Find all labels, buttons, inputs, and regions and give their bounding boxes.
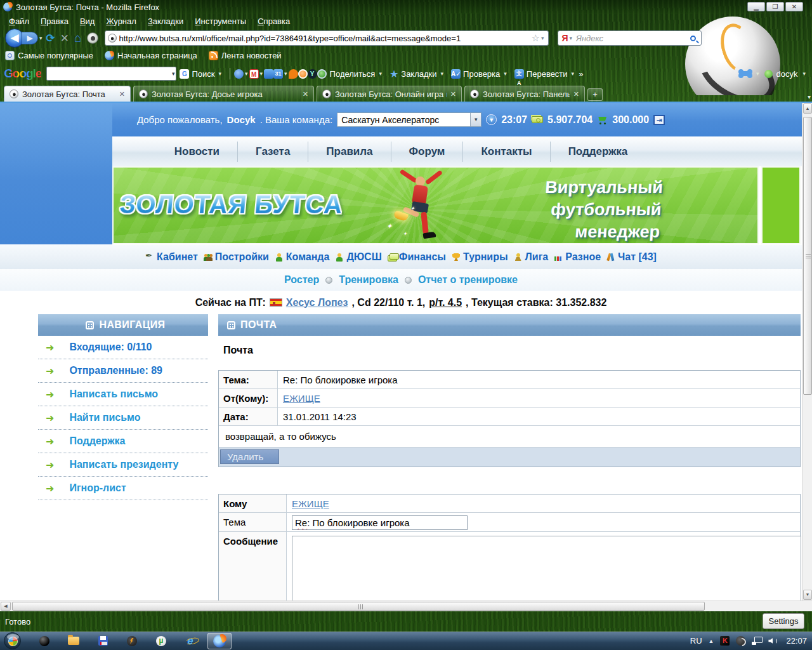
menu-cabinet[interactable]: Кабинет xyxy=(145,251,198,263)
y-circle-icon[interactable]: Y xyxy=(308,69,317,79)
submenu-roster[interactable]: Ростер xyxy=(284,274,319,286)
select-dropdown-icon[interactable]: ▾ xyxy=(470,113,481,126)
bookmark-news-feed[interactable]: Лента новостей xyxy=(209,51,282,60)
url-bar[interactable]: ☆ ▾ xyxy=(105,30,549,46)
scroll-left-icon[interactable]: ◀ xyxy=(1,602,11,611)
google-search-button[interactable]: G Поиск ▾ xyxy=(180,69,223,79)
menu-youth-school[interactable]: ДЮСШ xyxy=(335,251,381,263)
gbookmarks-button[interactable]: ★ Закладки▾ xyxy=(390,68,445,80)
list-all-tabs-icon[interactable]: ▾ xyxy=(808,93,811,100)
kaspersky-tray-icon[interactable]: K xyxy=(720,636,730,646)
bookmark-star-icon[interactable]: ☆ xyxy=(532,32,540,44)
sidebar-inbox[interactable]: ➜Входящие: 0/110 xyxy=(38,336,208,359)
google-search-input[interactable] xyxy=(47,69,170,79)
tab-close-icon[interactable]: ✕ xyxy=(119,90,125,98)
subject-input[interactable]: Re: По блокировке игрока xyxy=(292,515,468,530)
taskbar-clock[interactable]: 22:07 xyxy=(786,636,807,646)
extension-icon[interactable] xyxy=(87,32,98,44)
yandex-engine-icon[interactable]: Я xyxy=(562,33,568,43)
bookmark-most-popular[interactable]: Самые популярные xyxy=(5,51,93,60)
menu-help[interactable]: Справка xyxy=(252,15,295,27)
team-select[interactable]: Саскатун Акселераторс ▾ xyxy=(337,112,481,127)
docs-icon[interactable] xyxy=(264,69,273,79)
google-search-box[interactable]: ▾ xyxy=(46,67,176,81)
menu-league[interactable]: Лига xyxy=(514,251,549,263)
taskbar-explorer-icon[interactable] xyxy=(64,632,83,649)
new-tab-button[interactable]: + xyxy=(587,88,603,101)
menu-finance[interactable]: Финансы xyxy=(388,251,446,263)
title-bar[interactable]: Золотая Бутса: Почта - Mozilla Firefox ▁… xyxy=(0,0,812,14)
taskbar-daemon-tools-icon[interactable] xyxy=(122,632,141,649)
menu-file[interactable]: Файл xyxy=(4,15,34,27)
bookmark-home-page[interactable]: Начальная страница xyxy=(105,51,197,60)
submenu-training-report[interactable]: Отчет о тренировке xyxy=(418,274,518,286)
rate-value[interactable]: р/т. 4.5 xyxy=(429,297,462,308)
menu-misc[interactable]: Разное xyxy=(554,251,601,263)
taskbar-save-icon[interactable] xyxy=(93,632,112,649)
chat-bubble-icon[interactable] xyxy=(289,69,298,79)
menu-chat[interactable]: Чат [43] xyxy=(606,251,657,263)
vertical-scrollbar[interactable]: ▲ ▼ xyxy=(802,103,812,600)
tab-close-icon[interactable]: ✕ xyxy=(303,90,308,98)
nav-contacts[interactable]: Контакты xyxy=(462,142,549,162)
spellcheck-button[interactable]: A✓ Проверка▾ xyxy=(451,69,508,79)
search-box[interactable]: Я ▾ xyxy=(558,30,702,46)
bone-icon[interactable] xyxy=(740,71,751,76)
taskbar-firefox-active[interactable] xyxy=(207,633,232,649)
tab-online-game[interactable]: Золотая Бутса: Онлайн игра в жан... ✕ xyxy=(317,86,462,102)
google-account-button[interactable]: docyk xyxy=(776,69,798,79)
stop-icon[interactable]: ✕ xyxy=(60,32,69,45)
tab-player-dossier[interactable]: Золотая Бутса: Досье игрока ✕ xyxy=(133,86,314,102)
nav-gazette[interactable]: Газета xyxy=(237,142,308,162)
forward-button[interactable]: ▶ xyxy=(22,32,38,44)
tray-app-icon[interactable] xyxy=(736,636,745,646)
translate-button[interactable]: 文A Перевести▾ xyxy=(514,69,575,79)
menu-history[interactable]: Журнал xyxy=(101,15,141,27)
recipient-link[interactable]: ЕЖИЩЕ xyxy=(292,498,329,509)
reload-icon[interactable]: ⟳ xyxy=(46,32,55,45)
sidebar-ignore-list[interactable]: ➜Игнор-лист xyxy=(38,477,208,500)
sidebar-sent[interactable]: ➜Отправленные: 89 xyxy=(38,359,208,383)
search-input[interactable] xyxy=(573,34,690,43)
home-icon[interactable]: ⌂ xyxy=(74,31,81,45)
blue-flower-icon[interactable] xyxy=(234,69,244,79)
sidebar-support[interactable]: ➜Поддержка xyxy=(38,430,208,453)
settings-button[interactable]: Settings xyxy=(763,613,804,629)
gmail-icon[interactable]: M xyxy=(249,69,259,79)
menu-bookmarks[interactable]: Закладки xyxy=(143,15,188,27)
menu-view[interactable]: Вид xyxy=(75,15,100,27)
green-circle-icon[interactable] xyxy=(317,69,327,79)
url-dropdown-icon[interactable]: ▾ xyxy=(541,35,544,41)
close-button[interactable]: ✕ xyxy=(785,2,803,11)
engine-dropdown-icon[interactable]: ▾ xyxy=(570,35,573,41)
sender-link[interactable]: ЕЖИЩЕ xyxy=(283,393,320,404)
taskbar-ie-icon[interactable]: e xyxy=(181,632,200,649)
orange-circle-icon[interactable] xyxy=(298,69,308,79)
share-button[interactable]: Поделиться▾ xyxy=(330,69,383,79)
delete-button[interactable]: Удалить xyxy=(220,449,279,464)
message-textarea[interactable] xyxy=(292,536,801,600)
calendar-icon[interactable]: 31 xyxy=(273,69,283,79)
volume-tray-icon[interactable] xyxy=(768,638,777,644)
taskbar-minesweeper-icon[interactable] xyxy=(35,632,54,649)
menu-team[interactable]: Команда xyxy=(275,251,330,263)
sidebar-find-letter[interactable]: ➜Найти письмо xyxy=(38,406,208,430)
url-input[interactable] xyxy=(117,34,532,43)
horizontal-scrollbar[interactable]: ◀ xyxy=(0,600,812,611)
vertical-scroll-thumb[interactable] xyxy=(803,117,812,395)
menu-edit[interactable]: Правка xyxy=(36,15,74,27)
minimize-button[interactable]: ▁ xyxy=(747,2,765,11)
nav-forum[interactable]: Форум xyxy=(391,142,463,162)
language-indicator[interactable]: RU xyxy=(690,636,702,646)
toolbar-overflow-button[interactable]: » xyxy=(579,69,583,79)
nav-news[interactable]: Новости xyxy=(157,142,237,162)
tab-close-icon[interactable]: ✕ xyxy=(450,90,456,98)
menu-buildings[interactable]: Постройки xyxy=(204,251,269,263)
logout-icon[interactable]: ⇥ xyxy=(653,115,665,125)
maximize-button[interactable]: ❐ xyxy=(766,2,784,11)
tab-close-icon[interactable]: ✕ xyxy=(573,90,579,98)
submenu-training[interactable]: Тренировка xyxy=(339,274,398,286)
network-tray-icon[interactable] xyxy=(752,637,762,645)
sidebar-write-letter[interactable]: ➜Написать письмо xyxy=(38,383,208,406)
player-link[interactable]: Хесус Лопез xyxy=(286,297,348,308)
